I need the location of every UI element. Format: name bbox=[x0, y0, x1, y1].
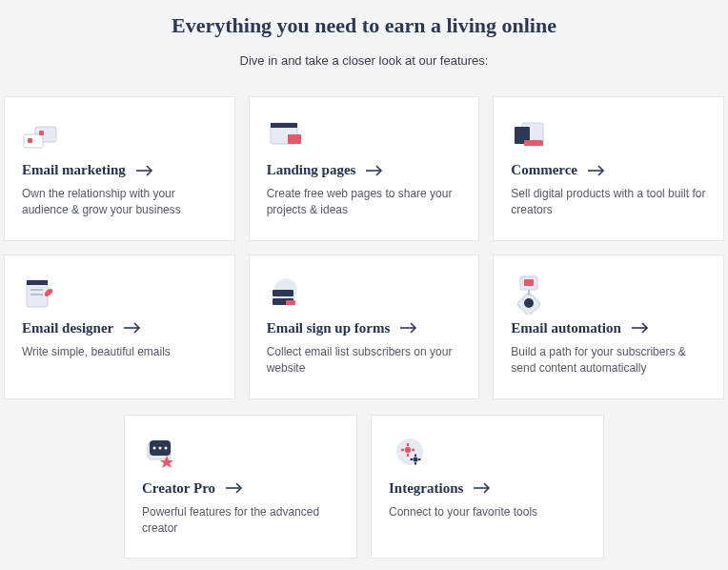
card-heading: Landing pages bbox=[267, 162, 462, 178]
page-subtitle: Dive in and take a closer look at our fe… bbox=[0, 53, 728, 68]
svg-rect-14 bbox=[27, 280, 48, 285]
card-title: Email sign up forms bbox=[267, 320, 391, 336]
card-desc: Sell digital products with a tool built … bbox=[511, 186, 706, 219]
card-title: Integrations bbox=[389, 480, 463, 497]
features-grid-row2: Creator Pro Powerful features for the ad… bbox=[0, 415, 728, 560]
page-title: Everything you need to earn a living onl… bbox=[0, 13, 728, 38]
svg-rect-3 bbox=[39, 131, 44, 135]
card-heading: Commerce bbox=[511, 162, 706, 178]
card-email-marketing[interactable]: Email marketing Own the relationship wit… bbox=[4, 96, 235, 241]
arrow-right-icon bbox=[225, 482, 244, 494]
email-marketing-icon bbox=[22, 114, 217, 158]
card-desc: Connect to your favorite tools bbox=[389, 504, 586, 520]
svg-rect-39 bbox=[407, 443, 409, 446]
card-title: Email designer bbox=[22, 320, 113, 336]
svg-rect-46 bbox=[411, 458, 414, 460]
card-commerce[interactable]: Commerce Sell digital products with a to… bbox=[493, 96, 724, 241]
card-desc: Write simple, beautiful emails bbox=[22, 344, 217, 360]
svg-point-33 bbox=[159, 446, 162, 449]
svg-point-34 bbox=[165, 446, 168, 449]
svg-rect-20 bbox=[273, 290, 293, 296]
email-designer-icon bbox=[22, 273, 217, 316]
card-integrations[interactable]: Integrations Connect to your favorite to… bbox=[371, 415, 604, 560]
svg-rect-47 bbox=[418, 458, 421, 460]
arrow-right-icon bbox=[473, 482, 492, 494]
card-title: Landing pages bbox=[267, 162, 356, 178]
card-landing-pages[interactable]: Landing pages Create free web pages to s… bbox=[249, 96, 480, 241]
arrow-right-icon bbox=[135, 165, 154, 176]
card-title: Email marketing bbox=[22, 162, 126, 178]
svg-point-27 bbox=[524, 298, 534, 308]
svg-point-38 bbox=[405, 446, 411, 452]
integrations-icon bbox=[389, 433, 586, 477]
card-title: Email automation bbox=[511, 320, 620, 336]
svg-point-43 bbox=[414, 457, 418, 461]
creator-pro-icon bbox=[142, 433, 339, 477]
card-desc: Own the relationship with your audience … bbox=[22, 186, 217, 219]
arrow-right-icon bbox=[123, 322, 142, 334]
svg-rect-45 bbox=[415, 462, 416, 465]
svg-rect-7 bbox=[288, 134, 301, 144]
page-header: Everything you need to earn a living onl… bbox=[0, 0, 728, 68]
card-heading: Email designer bbox=[22, 320, 217, 336]
card-email-automation[interactable]: Email automation Build a path for your s… bbox=[493, 254, 724, 399]
landing-pages-icon bbox=[267, 114, 462, 158]
svg-rect-40 bbox=[407, 454, 409, 457]
card-title: Commerce bbox=[511, 162, 577, 178]
svg-rect-22 bbox=[286, 300, 295, 305]
card-heading: Integrations bbox=[389, 480, 586, 497]
card-heading: Email marketing bbox=[22, 162, 217, 178]
arrow-right-icon bbox=[399, 322, 418, 334]
svg-rect-11 bbox=[524, 140, 543, 146]
features-grid-row1: Email marketing Own the relationship wit… bbox=[0, 96, 728, 399]
svg-point-32 bbox=[153, 446, 156, 449]
automation-icon bbox=[511, 273, 706, 316]
card-title: Creator Pro bbox=[142, 480, 215, 497]
signup-forms-icon bbox=[267, 273, 462, 316]
commerce-icon bbox=[511, 114, 706, 158]
card-signup-forms[interactable]: Email sign up forms Collect email list s… bbox=[249, 254, 480, 399]
arrow-right-icon bbox=[365, 165, 384, 176]
svg-rect-44 bbox=[415, 454, 416, 457]
card-email-designer[interactable]: Email designer Write simple, beautiful e… bbox=[4, 254, 235, 399]
card-desc: Powerful features for the advanced creat… bbox=[142, 504, 339, 538]
svg-rect-41 bbox=[401, 448, 404, 450]
svg-rect-1 bbox=[24, 134, 43, 148]
card-desc: Collect email list subscribers on your w… bbox=[267, 344, 462, 377]
arrow-right-icon bbox=[587, 165, 606, 176]
card-desc: Create free web pages to share your proj… bbox=[267, 186, 462, 219]
svg-rect-25 bbox=[524, 279, 534, 286]
card-heading: Creator Pro bbox=[142, 480, 339, 497]
card-heading: Email sign up forms bbox=[267, 320, 462, 336]
svg-rect-6 bbox=[271, 123, 297, 128]
card-desc: Build a path for your subscribers & send… bbox=[511, 344, 706, 377]
svg-rect-2 bbox=[28, 138, 32, 143]
card-creator-pro[interactable]: Creator Pro Powerful features for the ad… bbox=[124, 415, 357, 560]
card-heading: Email automation bbox=[511, 320, 706, 336]
arrow-right-icon bbox=[631, 322, 650, 334]
svg-rect-42 bbox=[412, 448, 415, 450]
